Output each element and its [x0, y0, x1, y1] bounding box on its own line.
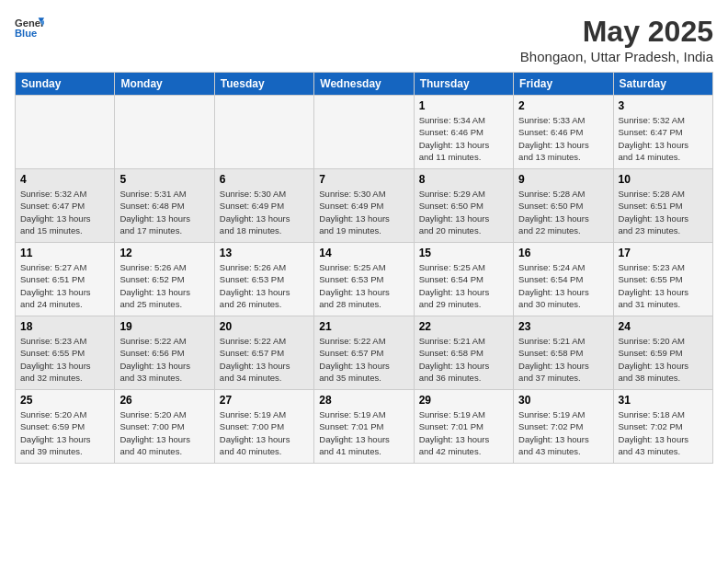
- header-tuesday: Tuesday: [214, 73, 313, 96]
- calendar-cell: 22Sunrise: 5:21 AMSunset: 6:58 PMDayligh…: [414, 316, 513, 390]
- header-wednesday: Wednesday: [314, 73, 414, 96]
- day-content: Sunrise: 5:25 AMSunset: 6:53 PMDaylight:…: [319, 261, 408, 310]
- calendar-cell: 5Sunrise: 5:31 AMSunset: 6:48 PMDaylight…: [115, 169, 214, 243]
- calendar-cell: 19Sunrise: 5:22 AMSunset: 6:56 PMDayligh…: [115, 316, 214, 390]
- calendar-cell: 20Sunrise: 5:22 AMSunset: 6:57 PMDayligh…: [214, 316, 313, 390]
- day-content: Sunrise: 5:20 AMSunset: 7:00 PMDaylight:…: [119, 408, 209, 457]
- logo-icon: General Blue: [15, 15, 44, 40]
- week-row-2: 4Sunrise: 5:32 AMSunset: 6:47 PMDaylight…: [16, 169, 713, 243]
- day-content: Sunrise: 5:19 AMSunset: 7:01 PMDaylight:…: [419, 408, 508, 457]
- day-number: 15: [419, 247, 508, 259]
- day-number: 6: [220, 173, 309, 186]
- day-number: 26: [119, 394, 209, 407]
- day-number: 28: [319, 394, 408, 407]
- header-monday: Monday: [115, 73, 214, 96]
- day-number: 14: [319, 247, 408, 259]
- day-number: 13: [220, 247, 309, 259]
- day-number: 3: [619, 99, 708, 112]
- day-number: 30: [518, 394, 608, 407]
- calendar-cell: 1Sunrise: 5:34 AMSunset: 6:46 PMDaylight…: [414, 96, 513, 169]
- calendar-cell: 30Sunrise: 5:19 AMSunset: 7:02 PMDayligh…: [514, 390, 613, 464]
- calendar-cell: 10Sunrise: 5:28 AMSunset: 6:51 PMDayligh…: [613, 169, 712, 243]
- calendar-cell: 25Sunrise: 5:20 AMSunset: 6:59 PMDayligh…: [16, 390, 115, 464]
- calendar-cell: 26Sunrise: 5:20 AMSunset: 7:00 PMDayligh…: [115, 390, 214, 464]
- week-row-4: 18Sunrise: 5:23 AMSunset: 6:55 PMDayligh…: [16, 316, 713, 390]
- day-content: Sunrise: 5:34 AMSunset: 6:46 PMDaylight:…: [419, 114, 508, 163]
- header-row: SundayMondayTuesdayWednesdayThursdayFrid…: [16, 73, 713, 96]
- day-content: Sunrise: 5:33 AMSunset: 6:46 PMDaylight:…: [518, 114, 608, 163]
- logo: General Blue: [15, 15, 44, 40]
- day-content: Sunrise: 5:22 AMSunset: 6:56 PMDaylight:…: [119, 335, 209, 384]
- title-block: May 2025 Bhongaon, Uttar Pradesh, India: [520, 15, 713, 64]
- day-content: Sunrise: 5:29 AMSunset: 6:50 PMDaylight:…: [419, 188, 508, 236]
- day-content: Sunrise: 5:26 AMSunset: 6:52 PMDaylight:…: [119, 261, 209, 310]
- day-content: Sunrise: 5:19 AMSunset: 7:02 PMDaylight:…: [518, 408, 608, 457]
- calendar-cell: 4Sunrise: 5:32 AMSunset: 6:47 PMDaylight…: [16, 169, 115, 243]
- svg-text:Blue: Blue: [15, 28, 37, 39]
- day-number: 4: [20, 173, 109, 186]
- calendar-cell: [115, 96, 214, 169]
- calendar-cell: [214, 96, 313, 169]
- day-content: Sunrise: 5:22 AMSunset: 6:57 PMDaylight:…: [319, 335, 408, 384]
- calendar-cell: 27Sunrise: 5:19 AMSunset: 7:00 PMDayligh…: [214, 390, 313, 464]
- day-content: Sunrise: 5:32 AMSunset: 6:47 PMDaylight:…: [619, 114, 708, 163]
- day-number: 8: [419, 173, 508, 186]
- day-number: 18: [20, 320, 109, 333]
- day-number: 21: [319, 320, 408, 333]
- calendar-cell: 17Sunrise: 5:23 AMSunset: 6:55 PMDayligh…: [613, 243, 712, 316]
- calendar-cell: 15Sunrise: 5:25 AMSunset: 6:54 PMDayligh…: [414, 243, 513, 316]
- day-number: 7: [319, 173, 408, 186]
- calendar-cell: 14Sunrise: 5:25 AMSunset: 6:53 PMDayligh…: [314, 243, 414, 316]
- day-number: 11: [20, 247, 109, 259]
- day-content: Sunrise: 5:24 AMSunset: 6:54 PMDaylight:…: [518, 261, 608, 310]
- day-number: 22: [419, 320, 508, 333]
- day-number: 5: [119, 173, 209, 186]
- header-thursday: Thursday: [414, 73, 513, 96]
- day-content: Sunrise: 5:28 AMSunset: 6:50 PMDaylight:…: [518, 188, 608, 236]
- day-content: Sunrise: 5:21 AMSunset: 6:58 PMDaylight:…: [419, 335, 508, 384]
- day-content: Sunrise: 5:23 AMSunset: 6:55 PMDaylight:…: [20, 335, 109, 384]
- day-number: 12: [119, 247, 209, 259]
- day-number: 16: [518, 247, 608, 259]
- calendar-cell: 11Sunrise: 5:27 AMSunset: 6:51 PMDayligh…: [16, 243, 115, 316]
- calendar-table: SundayMondayTuesdayWednesdayThursdayFrid…: [15, 72, 713, 464]
- day-content: Sunrise: 5:20 AMSunset: 6:59 PMDaylight:…: [619, 335, 708, 384]
- day-content: Sunrise: 5:31 AMSunset: 6:48 PMDaylight:…: [119, 188, 209, 236]
- day-content: Sunrise: 5:20 AMSunset: 6:59 PMDaylight:…: [20, 408, 109, 457]
- month-title: May 2025: [520, 15, 713, 49]
- calendar-cell: 16Sunrise: 5:24 AMSunset: 6:54 PMDayligh…: [514, 243, 613, 316]
- day-number: 31: [619, 394, 708, 407]
- day-content: Sunrise: 5:28 AMSunset: 6:51 PMDaylight:…: [619, 188, 708, 236]
- calendar-cell: 24Sunrise: 5:20 AMSunset: 6:59 PMDayligh…: [613, 316, 712, 390]
- day-number: 19: [119, 320, 209, 333]
- day-number: 17: [619, 247, 708, 259]
- week-row-1: 1Sunrise: 5:34 AMSunset: 6:46 PMDaylight…: [16, 96, 713, 169]
- calendar-cell: 28Sunrise: 5:19 AMSunset: 7:01 PMDayligh…: [314, 390, 414, 464]
- day-number: 25: [20, 394, 109, 407]
- day-number: 1: [419, 99, 508, 112]
- page-header: General Blue May 2025 Bhongaon, Uttar Pr…: [15, 15, 713, 64]
- calendar-cell: 13Sunrise: 5:26 AMSunset: 6:53 PMDayligh…: [214, 243, 313, 316]
- day-number: 27: [220, 394, 309, 407]
- calendar-cell: 21Sunrise: 5:22 AMSunset: 6:57 PMDayligh…: [314, 316, 414, 390]
- day-content: Sunrise: 5:25 AMSunset: 6:54 PMDaylight:…: [419, 261, 508, 310]
- calendar-cell: 31Sunrise: 5:18 AMSunset: 7:02 PMDayligh…: [613, 390, 712, 464]
- day-content: Sunrise: 5:22 AMSunset: 6:57 PMDaylight:…: [220, 335, 309, 384]
- day-content: Sunrise: 5:26 AMSunset: 6:53 PMDaylight:…: [220, 261, 309, 310]
- calendar-cell: 18Sunrise: 5:23 AMSunset: 6:55 PMDayligh…: [16, 316, 115, 390]
- day-number: 20: [220, 320, 309, 333]
- header-sunday: Sunday: [16, 73, 115, 96]
- day-content: Sunrise: 5:19 AMSunset: 7:00 PMDaylight:…: [220, 408, 309, 457]
- day-content: Sunrise: 5:27 AMSunset: 6:51 PMDaylight:…: [20, 261, 109, 310]
- calendar-cell: 8Sunrise: 5:29 AMSunset: 6:50 PMDaylight…: [414, 169, 513, 243]
- week-row-3: 11Sunrise: 5:27 AMSunset: 6:51 PMDayligh…: [16, 243, 713, 316]
- week-row-5: 25Sunrise: 5:20 AMSunset: 6:59 PMDayligh…: [16, 390, 713, 464]
- calendar-cell: 7Sunrise: 5:30 AMSunset: 6:49 PMDaylight…: [314, 169, 414, 243]
- day-content: Sunrise: 5:30 AMSunset: 6:49 PMDaylight:…: [319, 188, 408, 236]
- day-content: Sunrise: 5:21 AMSunset: 6:58 PMDaylight:…: [518, 335, 608, 384]
- calendar-cell: [314, 96, 414, 169]
- header-saturday: Saturday: [613, 73, 712, 96]
- day-number: 10: [619, 173, 708, 186]
- calendar-cell: 6Sunrise: 5:30 AMSunset: 6:49 PMDaylight…: [214, 169, 313, 243]
- day-number: 24: [619, 320, 708, 333]
